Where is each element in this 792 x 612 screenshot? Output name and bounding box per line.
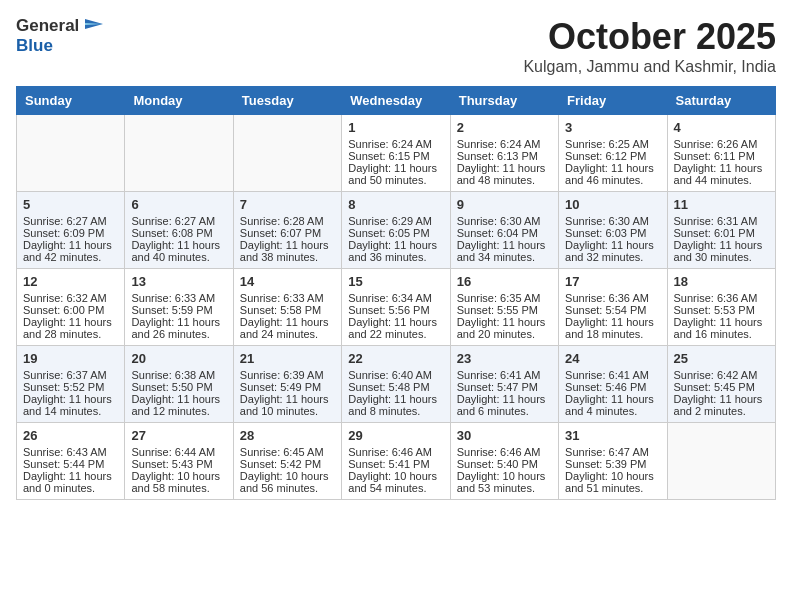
sunrise-line: Sunrise: 6:31 AM	[674, 215, 769, 227]
day-number: 29	[348, 428, 443, 443]
day-number: 24	[565, 351, 660, 366]
daylight-line: Daylight: 11 hours and 12 minutes.	[131, 393, 226, 417]
sunrise-line: Sunrise: 6:28 AM	[240, 215, 335, 227]
calendar-cell: 30Sunrise: 6:46 AMSunset: 5:40 PMDayligh…	[450, 423, 558, 500]
sunset-line: Sunset: 5:44 PM	[23, 458, 118, 470]
daylight-line: Daylight: 10 hours and 51 minutes.	[565, 470, 660, 494]
page-header: General Blue October 2025 Kulgam, Jammu …	[16, 16, 776, 76]
sunrise-line: Sunrise: 6:35 AM	[457, 292, 552, 304]
logo-general: General	[16, 16, 79, 36]
day-number: 15	[348, 274, 443, 289]
sunrise-line: Sunrise: 6:39 AM	[240, 369, 335, 381]
calendar-cell	[17, 115, 125, 192]
calendar-week-row: 1Sunrise: 6:24 AMSunset: 6:15 PMDaylight…	[17, 115, 776, 192]
day-header-friday: Friday	[559, 87, 667, 115]
calendar-cell: 2Sunrise: 6:24 AMSunset: 6:13 PMDaylight…	[450, 115, 558, 192]
calendar-cell: 11Sunrise: 6:31 AMSunset: 6:01 PMDayligh…	[667, 192, 775, 269]
day-number: 27	[131, 428, 226, 443]
daylight-line: Daylight: 11 hours and 32 minutes.	[565, 239, 660, 263]
sunset-line: Sunset: 6:01 PM	[674, 227, 769, 239]
daylight-line: Daylight: 11 hours and 18 minutes.	[565, 316, 660, 340]
day-number: 16	[457, 274, 552, 289]
sunrise-line: Sunrise: 6:24 AM	[348, 138, 443, 150]
day-number: 23	[457, 351, 552, 366]
sunset-line: Sunset: 5:58 PM	[240, 304, 335, 316]
day-number: 17	[565, 274, 660, 289]
calendar-cell: 23Sunrise: 6:41 AMSunset: 5:47 PMDayligh…	[450, 346, 558, 423]
daylight-line: Daylight: 11 hours and 16 minutes.	[674, 316, 769, 340]
calendar-week-row: 19Sunrise: 6:37 AMSunset: 5:52 PMDayligh…	[17, 346, 776, 423]
sunset-line: Sunset: 5:54 PM	[565, 304, 660, 316]
sunset-line: Sunset: 5:40 PM	[457, 458, 552, 470]
day-number: 3	[565, 120, 660, 135]
sunrise-line: Sunrise: 6:30 AM	[457, 215, 552, 227]
sunset-line: Sunset: 5:55 PM	[457, 304, 552, 316]
logo: General Blue	[16, 16, 103, 56]
sunrise-line: Sunrise: 6:27 AM	[23, 215, 118, 227]
sunrise-line: Sunrise: 6:33 AM	[240, 292, 335, 304]
sunrise-line: Sunrise: 6:37 AM	[23, 369, 118, 381]
daylight-line: Daylight: 10 hours and 58 minutes.	[131, 470, 226, 494]
day-header-monday: Monday	[125, 87, 233, 115]
sunrise-line: Sunrise: 6:33 AM	[131, 292, 226, 304]
daylight-line: Daylight: 11 hours and 22 minutes.	[348, 316, 443, 340]
sunrise-line: Sunrise: 6:38 AM	[131, 369, 226, 381]
daylight-line: Daylight: 11 hours and 50 minutes.	[348, 162, 443, 186]
daylight-line: Daylight: 11 hours and 48 minutes.	[457, 162, 552, 186]
daylight-line: Daylight: 11 hours and 38 minutes.	[240, 239, 335, 263]
calendar-cell: 3Sunrise: 6:25 AMSunset: 6:12 PMDaylight…	[559, 115, 667, 192]
calendar-week-row: 5Sunrise: 6:27 AMSunset: 6:09 PMDaylight…	[17, 192, 776, 269]
calendar-cell: 9Sunrise: 6:30 AMSunset: 6:04 PMDaylight…	[450, 192, 558, 269]
sunrise-line: Sunrise: 6:41 AM	[457, 369, 552, 381]
sunrise-line: Sunrise: 6:41 AM	[565, 369, 660, 381]
sunrise-line: Sunrise: 6:44 AM	[131, 446, 226, 458]
sunset-line: Sunset: 6:04 PM	[457, 227, 552, 239]
sunset-line: Sunset: 5:41 PM	[348, 458, 443, 470]
sunrise-line: Sunrise: 6:46 AM	[457, 446, 552, 458]
daylight-line: Daylight: 11 hours and 6 minutes.	[457, 393, 552, 417]
calendar-cell: 20Sunrise: 6:38 AMSunset: 5:50 PMDayligh…	[125, 346, 233, 423]
daylight-line: Daylight: 11 hours and 8 minutes.	[348, 393, 443, 417]
sunrise-line: Sunrise: 6:34 AM	[348, 292, 443, 304]
calendar-cell: 7Sunrise: 6:28 AMSunset: 6:07 PMDaylight…	[233, 192, 341, 269]
sunset-line: Sunset: 6:07 PM	[240, 227, 335, 239]
sunset-line: Sunset: 5:46 PM	[565, 381, 660, 393]
calendar-table: SundayMondayTuesdayWednesdayThursdayFrid…	[16, 86, 776, 500]
sunrise-line: Sunrise: 6:45 AM	[240, 446, 335, 458]
day-number: 25	[674, 351, 769, 366]
calendar-cell: 27Sunrise: 6:44 AMSunset: 5:43 PMDayligh…	[125, 423, 233, 500]
calendar-cell: 26Sunrise: 6:43 AMSunset: 5:44 PMDayligh…	[17, 423, 125, 500]
day-number: 19	[23, 351, 118, 366]
day-number: 7	[240, 197, 335, 212]
day-number: 8	[348, 197, 443, 212]
day-number: 22	[348, 351, 443, 366]
sunset-line: Sunset: 6:13 PM	[457, 150, 552, 162]
sunset-line: Sunset: 6:03 PM	[565, 227, 660, 239]
logo-blue: Blue	[16, 36, 53, 55]
day-number: 20	[131, 351, 226, 366]
day-number: 26	[23, 428, 118, 443]
daylight-line: Daylight: 10 hours and 54 minutes.	[348, 470, 443, 494]
calendar-cell: 14Sunrise: 6:33 AMSunset: 5:58 PMDayligh…	[233, 269, 341, 346]
calendar-cell: 22Sunrise: 6:40 AMSunset: 5:48 PMDayligh…	[342, 346, 450, 423]
sunrise-line: Sunrise: 6:40 AM	[348, 369, 443, 381]
sunset-line: Sunset: 6:09 PM	[23, 227, 118, 239]
daylight-line: Daylight: 11 hours and 44 minutes.	[674, 162, 769, 186]
sunrise-line: Sunrise: 6:25 AM	[565, 138, 660, 150]
day-header-sunday: Sunday	[17, 87, 125, 115]
daylight-line: Daylight: 11 hours and 40 minutes.	[131, 239, 226, 263]
calendar-cell: 10Sunrise: 6:30 AMSunset: 6:03 PMDayligh…	[559, 192, 667, 269]
calendar-cell: 29Sunrise: 6:46 AMSunset: 5:41 PMDayligh…	[342, 423, 450, 500]
sunrise-line: Sunrise: 6:29 AM	[348, 215, 443, 227]
day-number: 31	[565, 428, 660, 443]
sunset-line: Sunset: 5:42 PM	[240, 458, 335, 470]
day-number: 2	[457, 120, 552, 135]
day-number: 6	[131, 197, 226, 212]
sunrise-line: Sunrise: 6:26 AM	[674, 138, 769, 150]
calendar-cell: 24Sunrise: 6:41 AMSunset: 5:46 PMDayligh…	[559, 346, 667, 423]
calendar-cell: 21Sunrise: 6:39 AMSunset: 5:49 PMDayligh…	[233, 346, 341, 423]
calendar-cell: 12Sunrise: 6:32 AMSunset: 6:00 PMDayligh…	[17, 269, 125, 346]
day-number: 14	[240, 274, 335, 289]
sunrise-line: Sunrise: 6:36 AM	[674, 292, 769, 304]
title-block: October 2025 Kulgam, Jammu and Kashmir, …	[523, 16, 776, 76]
